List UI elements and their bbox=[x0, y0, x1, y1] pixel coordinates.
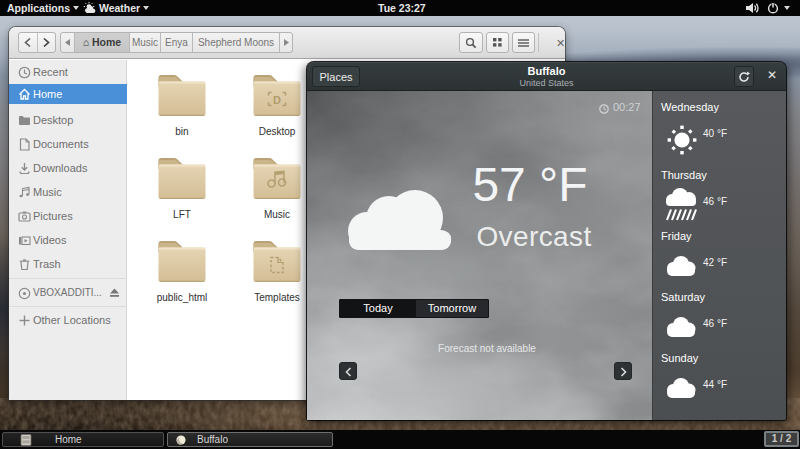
svg-text:D: D bbox=[273, 94, 281, 106]
